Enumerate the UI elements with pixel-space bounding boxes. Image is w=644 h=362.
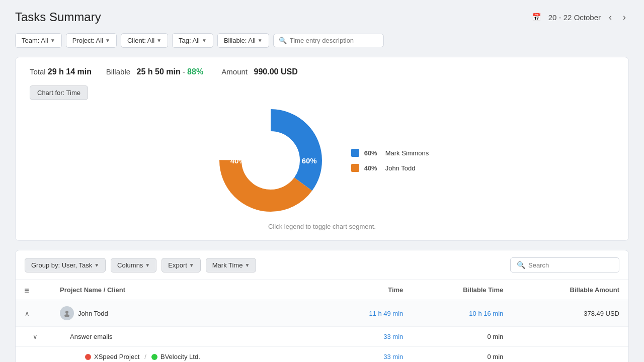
table-row: ∨ Answer emails 33 min 0 min xyxy=(16,327,628,347)
user-time: 11 h 49 min xyxy=(323,300,412,327)
collapse-icon[interactable]: ∧ xyxy=(25,310,30,317)
description-search-wrap: 🔍 xyxy=(273,34,384,47)
chart-for-button[interactable]: Chart for: Time xyxy=(30,85,88,100)
col-billable-amount: Billable Amount xyxy=(512,280,628,300)
data-table: Project Name / Client Time Billable Time… xyxy=(16,280,628,362)
row-collapse-cell: ∧ xyxy=(16,300,51,327)
chart-note: Click legend to toggle chart segment. xyxy=(268,223,376,230)
user-billable-time: 10 h 16 min xyxy=(412,300,512,327)
page-header: Tasks Summary 📅 20 - 22 October ‹ › xyxy=(15,10,629,24)
date-range: 20 - 22 October xyxy=(548,13,601,22)
group-by-button[interactable]: Group by: User, Task ▼ xyxy=(25,258,106,273)
prev-date-button[interactable]: ‹ xyxy=(606,11,615,24)
subtask-indent-cell xyxy=(16,347,51,363)
legend-name-john: John Todd xyxy=(385,164,416,172)
col-sort xyxy=(16,280,51,300)
filters-bar: Team: All ▼ Project: All ▼ Client: All ▼… xyxy=(15,33,629,48)
next-date-button[interactable]: › xyxy=(620,11,629,24)
summary-row: Total 29 h 14 min Billable 25 h 50 min -… xyxy=(30,67,614,76)
billable-pct: 88% xyxy=(187,67,203,76)
tag-filter[interactable]: Tag: All ▼ xyxy=(172,33,213,48)
chevron-down-icon: ▼ xyxy=(156,38,162,43)
legend-name-mark: Mark Simmons xyxy=(385,149,429,157)
chevron-down-icon: ▼ xyxy=(145,262,150,268)
user-name-cell: John Todd xyxy=(51,300,323,327)
chart-area: Chart for: Time 40% 60% xyxy=(30,85,614,230)
chevron-down-icon: ▼ xyxy=(245,262,250,268)
description-search-input[interactable] xyxy=(290,37,378,44)
project-filter[interactable]: Project: All ▼ xyxy=(66,33,117,48)
table-search-wrap: 🔍 xyxy=(510,257,619,273)
table-section: Group by: User, Task ▼ Columns ▼ Export … xyxy=(15,250,629,362)
team-filter[interactable]: Team: All ▼ xyxy=(15,33,62,48)
total-label: Total xyxy=(30,67,46,76)
chart-container: 40% 60% 60% Mark Simmons 40% John Todd xyxy=(30,105,614,216)
summary-card: Total 29 h 14 min Billable 25 h 50 min -… xyxy=(15,57,629,241)
billable-filter[interactable]: Billable: All ▼ xyxy=(217,33,269,48)
chevron-down-icon: ▼ xyxy=(94,262,99,268)
svg-point-3 xyxy=(65,311,68,314)
task-name-cell: Answer emails xyxy=(51,327,323,347)
task-name: Answer emails xyxy=(70,333,113,340)
calendar-icon: 📅 xyxy=(532,13,541,22)
total-value: 29 h 14 min xyxy=(48,67,92,76)
col-time: Time xyxy=(323,280,412,300)
chevron-down-icon: ▼ xyxy=(202,38,207,43)
expand-icon[interactable]: ∨ xyxy=(25,333,38,340)
project-dot-red xyxy=(85,354,91,360)
amount-value: 990.00 USD xyxy=(254,67,298,76)
col-billable-time: Billable Time xyxy=(412,280,512,300)
task-billable-time: 0 min xyxy=(412,327,512,347)
export-button[interactable]: Export ▼ xyxy=(162,258,200,273)
col-project-name: Project Name / Client xyxy=(51,280,323,300)
legend-item-mark[interactable]: 60% Mark Simmons xyxy=(351,149,429,157)
subtask-project-cell: XSpeed Project / BVelocity Ltd. xyxy=(51,347,323,363)
task-billable-amount xyxy=(512,327,628,347)
legend-color-blue xyxy=(351,149,359,157)
chevron-down-icon: ▼ xyxy=(105,38,110,43)
chevron-down-icon: ▼ xyxy=(189,262,194,268)
task-time: 33 min xyxy=(323,327,412,347)
billable-label: Billable xyxy=(106,67,130,76)
date-navigation: 📅 20 - 22 October ‹ › xyxy=(532,11,629,24)
svg-point-4 xyxy=(64,314,69,317)
columns-button[interactable]: Columns ▼ xyxy=(111,258,156,273)
search-icon: 🔍 xyxy=(279,37,287,44)
client-name: BVelocity Ltd. xyxy=(160,353,200,360)
sort-icon[interactable] xyxy=(25,289,29,293)
billable-value: 25 h 50 min xyxy=(137,67,181,76)
row-expand-cell: ∨ xyxy=(16,327,51,347)
page-title: Tasks Summary xyxy=(15,10,101,24)
user-name: John Todd xyxy=(78,310,108,317)
subtask-billable-amount xyxy=(512,347,628,363)
amount-label: Amount xyxy=(221,67,248,76)
chevron-down-icon: ▼ xyxy=(258,38,263,43)
legend-color-orange xyxy=(351,164,359,172)
search-icon: 🔍 xyxy=(517,261,525,269)
subtask-time: 33 min xyxy=(323,347,412,363)
chevron-down-icon: ▼ xyxy=(50,38,55,43)
project-name: XSpeed Project xyxy=(94,353,139,360)
client-dot-green xyxy=(151,354,157,360)
donut-chart: 40% 60% xyxy=(215,105,326,216)
chart-legend: 60% Mark Simmons 40% John Todd xyxy=(351,149,429,172)
client-filter[interactable]: Client: All ▼ xyxy=(121,33,168,48)
table-header-row: Project Name / Client Time Billable Time… xyxy=(16,280,628,300)
user-billable-amount: 378.49 USD xyxy=(512,300,628,327)
table-row: ∧ John Todd xyxy=(16,300,628,327)
mark-time-button[interactable]: Mark Time ▼ xyxy=(206,258,257,273)
avatar xyxy=(60,306,74,320)
subtask-billable-time: 0 min xyxy=(412,347,512,363)
svg-point-2 xyxy=(243,133,298,188)
legend-item-john[interactable]: 40% John Todd xyxy=(351,164,429,172)
table-search-input[interactable] xyxy=(528,261,613,269)
table-toolbar: Group by: User, Task ▼ Columns ▼ Export … xyxy=(16,250,628,280)
table-row: XSpeed Project / BVelocity Ltd. 33 min 0… xyxy=(16,347,628,363)
